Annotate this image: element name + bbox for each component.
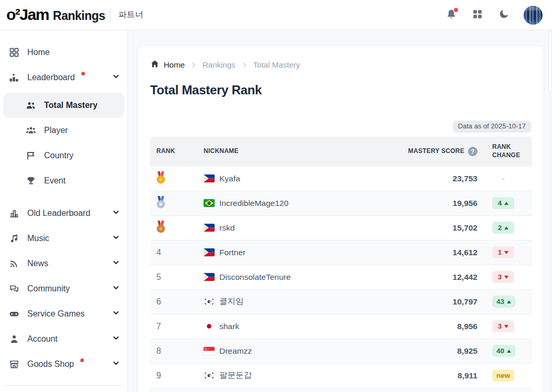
table-row[interactable]: 6 클지임 10,797 43 (150, 290, 532, 314)
chevron-down-icon (112, 233, 120, 244)
users-icon (25, 100, 37, 111)
gamepad-icon (8, 309, 20, 319)
player-nickname[interactable]: rskd (219, 223, 235, 233)
sidebar-item-home[interactable]: Home (3, 40, 124, 65)
dark-mode-toggle[interactable] (497, 9, 510, 21)
player-nickname[interactable]: DisconsolateTenure (219, 273, 291, 282)
rank-change-cell: 40 (477, 345, 532, 357)
scrollbar-thumb[interactable] (548, 31, 552, 92)
table-row[interactable]: 8 Dreamzz 8,925 40 (150, 339, 532, 364)
o2jam-logo: o²Jam (6, 7, 49, 23)
flag-singapore-icon (204, 347, 215, 355)
user-avatar[interactable] (524, 6, 543, 25)
sidebar-item-event[interactable]: Event (3, 168, 124, 193)
rank-change-cell: 3 (477, 271, 532, 283)
table-row[interactable]: 9 팔문둔갑 8,911 new (150, 364, 532, 388)
rank-change-badge: 2 (492, 222, 514, 234)
sidebar-item-account[interactable]: Account (3, 326, 124, 352)
sidebar-item-country[interactable]: Country (3, 143, 124, 168)
nickname-cell: Fortner (196, 248, 385, 257)
sidebar-item-label: Goods Shop (27, 360, 74, 369)
table-row[interactable]: 4 Fortner 14,612 1 (150, 241, 532, 265)
player-nickname[interactable]: Dreamzz (219, 346, 252, 356)
sidebar-item-news[interactable]: News (3, 251, 124, 276)
help-icon[interactable]: ? (468, 147, 477, 156)
table-row[interactable]: IncredibleMage120 19,956 4 (150, 191, 532, 216)
mastery-score-value: 10,797 (385, 297, 477, 307)
sidebar-nav: Home Leaderboard Total Mastery Player (0, 30, 128, 392)
sidebar-item-label: Leaderboard (27, 73, 75, 82)
sidebar-item-label: Old Leaderboard (27, 209, 90, 218)
rank-change-value: 3 (498, 322, 502, 330)
table-row[interactable]: Kyafa 23,753 - (150, 167, 532, 191)
mastery-score-value: 8,956 (385, 322, 477, 331)
rankings-table: RANK NICKNAME MASTERY SCORE ? RANK CHANG… (150, 136, 532, 392)
breadcrumb-home-label: Home (164, 60, 185, 69)
leaderboard-new-dot (81, 72, 85, 75)
header-actions (445, 6, 543, 25)
sidebar-item-label: Music (27, 234, 49, 243)
nickname-cell: rskd (196, 223, 385, 233)
breadcrumb-home[interactable]: Home (150, 59, 185, 70)
page-scrollbar[interactable] (548, 31, 552, 392)
rank-change-cell: - (477, 175, 532, 183)
podium-icon (8, 72, 20, 83)
player-nickname[interactable]: shark (219, 322, 239, 331)
chevron-right-icon (241, 61, 248, 69)
notification-dot (454, 8, 458, 12)
table-row[interactable]: 7 shark 8,956 3 (150, 314, 532, 339)
player-nickname[interactable]: IncredibleMage120 (219, 199, 289, 208)
sidebar-item-goods-shop[interactable]: Goods Shop (3, 352, 124, 377)
rank-change-cell: 2 (477, 222, 532, 234)
silver-medal-icon (156, 196, 165, 211)
sidebar-item-old-leaderboard[interactable]: Old Leaderboard (3, 201, 124, 226)
bronze-medal-icon (156, 221, 165, 235)
sidebar-item-service-games[interactable]: Service Games (3, 301, 124, 326)
data-as-of-badge: Data as of 2025-10-17 (453, 121, 531, 133)
rank-change-badge: 3 (492, 320, 514, 332)
player-nickname[interactable]: Fortner (219, 248, 246, 257)
goods-shop-new-dot (80, 358, 84, 362)
table-row[interactable]: 5 DisconsolateTenure 12,442 3 (150, 265, 532, 290)
chevron-down-icon (112, 258, 120, 269)
grid-icon (472, 9, 483, 21)
rank-change-badge: 40 (492, 345, 515, 357)
rank-change-badge: new (492, 369, 514, 382)
table-row[interactable]: rskd 15,702 2 (150, 216, 532, 241)
user-icon (8, 334, 20, 344)
brand-logo[interactable]: o²Jam Rankings (6, 7, 105, 23)
column-header-nickname: NICKNAME (196, 147, 385, 156)
sidebar-item-label: News (27, 259, 48, 268)
mastery-score-value: 12,442 (385, 273, 477, 282)
notifications-button[interactable] (445, 9, 458, 21)
player-nickname[interactable]: 팔문둔갑 (219, 370, 252, 381)
breadcrumb-rankings[interactable]: Rankings (203, 60, 236, 69)
rss-icon (8, 258, 20, 269)
rank-cell (150, 221, 196, 235)
flag-japan-icon (204, 322, 215, 330)
flag-brazil-icon (204, 199, 215, 207)
apps-menu-button[interactable] (471, 9, 484, 21)
partner-link[interactable]: 파트너 (118, 9, 143, 20)
sidebar-item-community[interactable]: Community (3, 276, 124, 301)
breadcrumb-current: Total Mastery (253, 60, 300, 69)
down-arrow-icon (504, 276, 508, 279)
gold-medal-icon (156, 171, 165, 186)
rank-cell (150, 196, 196, 211)
table-meta: Data as of 2025-10-17 (150, 121, 531, 133)
mastery-score-value: 23,753 (385, 174, 477, 183)
sidebar-item-player[interactable]: Player (3, 118, 124, 143)
rank-change-cell: 1 (477, 246, 532, 258)
sidebar-item-label: Player (44, 126, 68, 135)
mastery-score-label: MASTERY SCORE (408, 147, 464, 156)
player-nickname[interactable]: 클지임 (219, 296, 244, 307)
player-nickname[interactable]: Kyafa (219, 174, 240, 183)
rank-cell: 8 (150, 346, 196, 356)
rank-change-cell: 43 (477, 296, 532, 308)
rank-change-none: - (492, 175, 514, 183)
sidebar-item-leaderboard[interactable]: Leaderboard (3, 65, 124, 90)
sidebar-item-music[interactable]: Music (3, 226, 124, 251)
mastery-score-value: 8,911 (385, 371, 477, 380)
sidebar-item-total-mastery[interactable]: Total Mastery (3, 93, 124, 118)
rank-change-value: 3 (498, 273, 502, 281)
